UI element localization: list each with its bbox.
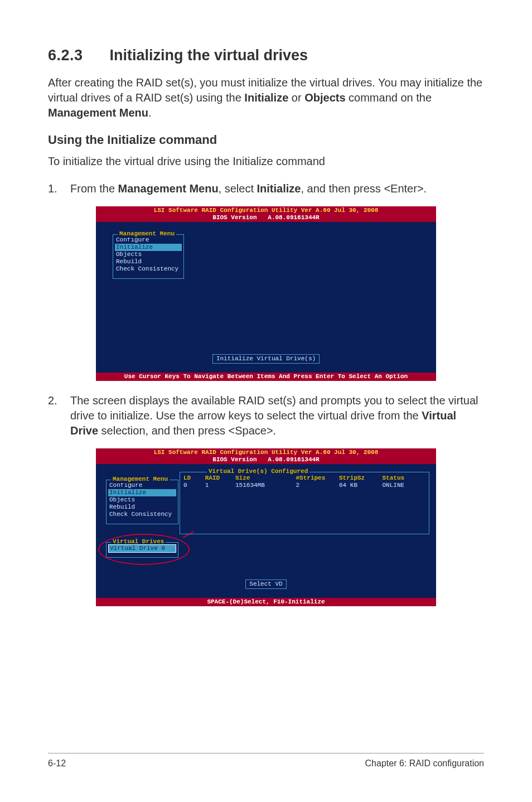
bios2-row-stripsz: 64 KB — [339, 482, 383, 489]
bios2-item-check: Check Consistency — [108, 511, 176, 518]
intro-bold-menu: Management Menu — [48, 107, 148, 119]
intro-text-4: . — [148, 107, 152, 119]
bios1-item-rebuild: Rebuild — [115, 258, 182, 265]
bios2-title-line2: BIOS Version A.08.09161344R — [212, 456, 319, 463]
bios2-row-raid: 1 — [205, 482, 235, 489]
subheading: Using the Initialize command — [48, 133, 484, 147]
step-list-2: 2. The screen displays the available RAI… — [48, 393, 484, 438]
bios1-item-objects: Objects — [115, 251, 182, 258]
bios2-menu-label: Management Menu — [111, 476, 170, 483]
step-list: 1. From the Management Menu, select Init… — [48, 181, 484, 196]
bios2-row-size: 151634MB — [235, 482, 296, 489]
step1-mid: , select — [219, 182, 257, 195]
step-1-num: 1. — [48, 181, 70, 196]
step1-pre: From the — [70, 182, 118, 195]
step1-b2: Initialize — [257, 182, 301, 195]
bios2-management-menu: Management Menu Configure Initialize Obj… — [106, 480, 178, 524]
bios2-table: LD RAID Size #Stripes StripSz Status 0 1… — [180, 472, 429, 491]
bios2-bottombar: SPACE-(De)Select, F10-Initialize — [96, 598, 436, 606]
section-number: 6.2.3 — [48, 47, 83, 64]
bios1-menu-label: Management Menu — [118, 230, 176, 238]
bios2-body: Management Menu Configure Initialize Obj… — [96, 464, 436, 598]
section-heading: 6.2.3Initializing the virtual drives — [48, 47, 484, 64]
bios2-table-label: Virtual Drive(s) Configured — [207, 468, 309, 475]
bios1-item-initialize: Initialize — [115, 244, 182, 251]
step-1-text: From the Management Menu, select Initial… — [70, 181, 484, 196]
sub-line: To initialize the virtual drive using th… — [48, 154, 484, 169]
footer-right: Chapter 6: RAID configuration — [365, 758, 484, 769]
bios1-center-wrap: Initialize Virtual Drive(s) — [96, 354, 436, 364]
bios2-hdr-raid: RAID — [205, 475, 235, 482]
bios2-item-objects: Objects — [108, 496, 176, 504]
step2-post: selection, and then press <Space>. — [98, 424, 276, 437]
step1-post: , and then press <Enter>. — [301, 182, 427, 195]
step-2: 2. The screen displays the available RAI… — [48, 393, 484, 438]
bios1-bottombar: Use Cursor Keys To Navigate Between Item… — [96, 373, 436, 381]
bios2-table-frame: Virtual Drive(s) Configured LD RAID Size… — [180, 472, 429, 534]
bios2-titlebar: LSI Software RAID Configuration Utility … — [96, 448, 436, 464]
bios1-center-box: Initialize Virtual Drive(s) — [212, 354, 320, 364]
bios-screenshot-2: LSI Software RAID Configuration Utility … — [96, 448, 436, 606]
bios2-item-initialize: Initialize — [108, 489, 176, 496]
bios2-hdr-ld: LD — [183, 475, 205, 482]
bios1-body: Management Menu Configure Initialize Obj… — [96, 222, 436, 373]
document-page: 6.2.3Initializing the virtual drives Aft… — [0, 0, 532, 802]
bios2-hdr-status: Status — [383, 475, 426, 482]
bios1-title-line2: BIOS Version A.08.09161344R — [212, 214, 319, 221]
bios2-virtual-drives-box: Virtual Drives Virtual Drive 0 — [106, 542, 178, 558]
intro-paragraph: After creating the RAID set(s), you must… — [48, 75, 484, 120]
footer-rule — [48, 753, 484, 753]
step1-b1: Management Menu — [118, 182, 219, 195]
intro-bold-initialize: Initialize — [244, 91, 288, 104]
bios2-table-row: 0 1 151634MB 2 64 KB ONLINE — [183, 482, 425, 489]
bios2-center-box: Select VD — [245, 579, 286, 589]
page-footer: 6-12 Chapter 6: RAID configuration — [48, 758, 484, 769]
bios2-row-stripes: 2 — [296, 482, 340, 489]
section-title-text: Initializing the virtual drives — [110, 47, 308, 64]
intro-text-3: command on the — [346, 91, 432, 104]
step2-pre: The screen displays the available RAID s… — [70, 394, 478, 422]
step-2-text: The screen displays the available RAID s… — [70, 393, 484, 438]
intro-text-2: or — [288, 91, 304, 104]
bios1-title-line1: LSI Software RAID Configuration Utility … — [154, 207, 379, 214]
bios1-menu-items: Configure Initialize Objects Rebuild Che… — [113, 235, 183, 274]
bios2-title-line1: LSI Software RAID Configuration Utility … — [154, 449, 379, 456]
bios2-vd-item: Virtual Drive 0 — [108, 544, 176, 553]
bios1-management-menu: Management Menu Configure Initialize Obj… — [113, 234, 184, 279]
bios2-row-ld: 0 — [183, 482, 205, 489]
bios2-hdr-size: Size — [235, 475, 296, 482]
bios-screenshot-1: LSI Software RAID Configuration Utility … — [96, 206, 436, 381]
bios2-item-rebuild: Rebuild — [108, 504, 176, 511]
step-1: 1. From the Management Menu, select Init… — [48, 181, 484, 196]
bios2-row-status: ONLINE — [383, 482, 426, 489]
bios1-titlebar: LSI Software RAID Configuration Utility … — [96, 206, 436, 222]
intro-bold-objects: Objects — [304, 91, 345, 104]
bios2-hdr-stripes: #Stripes — [296, 475, 340, 482]
bios1-item-check: Check Consistency — [115, 265, 182, 273]
bios2-table-header: LD RAID Size #Stripes StripSz Status — [183, 475, 425, 482]
footer-left: 6-12 — [48, 758, 66, 769]
step-2-num: 2. — [48, 393, 70, 438]
bios2-hdr-stripsz: StripSz — [339, 475, 383, 482]
bios2-center-wrap: Select VD — [96, 579, 436, 589]
bios2-menu-items: Configure Initialize Objects Rebuild Che… — [107, 480, 178, 520]
